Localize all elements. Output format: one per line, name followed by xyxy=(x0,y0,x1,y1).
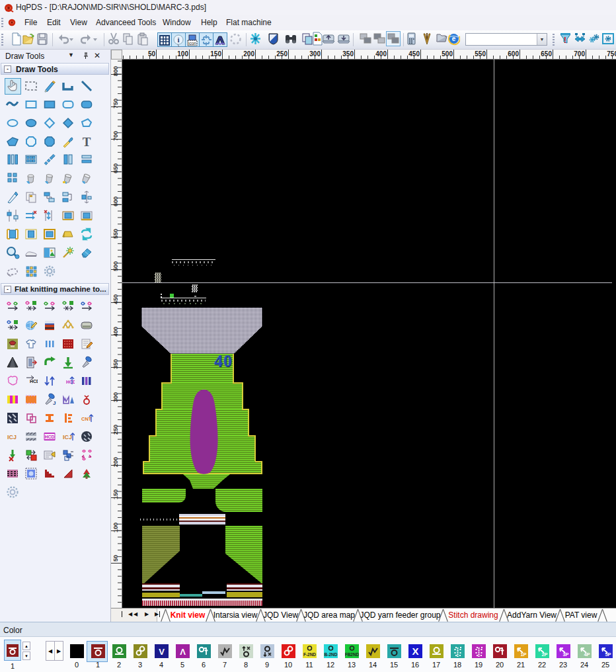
svg-text:ICJ: ICJ xyxy=(7,434,17,441)
svg-text:3P: 3P xyxy=(562,651,568,657)
svg-text:!: ! xyxy=(564,35,566,45)
svg-text:HCD: HCD xyxy=(44,435,54,439)
svg-text:icon: icon xyxy=(188,41,196,46)
svg-text:V: V xyxy=(159,647,165,657)
svg-text:i: i xyxy=(177,36,179,44)
svg-text:HCD: HCD xyxy=(66,380,75,384)
svg-text:B-2ND: B-2ND xyxy=(324,652,337,657)
svg-text:1P: 1P xyxy=(520,651,526,657)
svg-text:HCD: HCD xyxy=(30,379,38,384)
svg-text:2P: 2P xyxy=(541,651,547,657)
svg-text:J: J xyxy=(53,400,56,406)
svg-text:X: X xyxy=(412,646,418,657)
svg-text:CNT: CNT xyxy=(81,416,92,422)
svg-text:F-2ND: F-2ND xyxy=(303,652,315,657)
svg-text:4P: 4P xyxy=(584,651,590,657)
svg-text:Λ: Λ xyxy=(180,647,186,657)
svg-text:FB2ND: FB2ND xyxy=(345,652,359,657)
svg-text:5P: 5P xyxy=(605,651,611,657)
svg-text:T: T xyxy=(83,135,91,149)
svg-text:e: e xyxy=(452,35,456,42)
